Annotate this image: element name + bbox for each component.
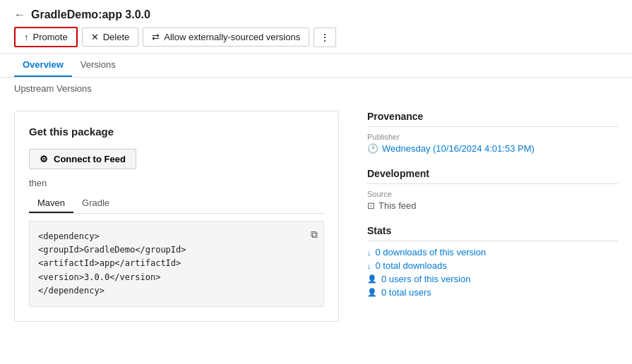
right-panel: Provenance Publisher 🕐 Wednesday (10/16/…: [367, 111, 618, 322]
then-label: then: [29, 178, 324, 188]
breadcrumb: Upstream Versions: [0, 78, 632, 99]
provenance-section: Provenance Publisher 🕐 Wednesday (10/16/…: [367, 111, 618, 154]
more-options-button[interactable]: ⋮: [314, 28, 336, 47]
source-value: ⊡ This feed: [367, 200, 618, 211]
stats-item: ↓0 downloads of this version: [367, 247, 618, 257]
code-tabs: Maven Gradle: [29, 194, 324, 214]
publisher-value: 🕐 Wednesday (10/16/2024 4:01:53 PM): [367, 143, 618, 154]
delete-icon: ✕: [91, 32, 99, 42]
stats-item: 👤0 total users: [367, 287, 618, 298]
header: ← GradleDemo:app 3.0.0: [0, 0, 632, 27]
allow-icon: ⇄: [152, 32, 160, 42]
connect-to-feed-button[interactable]: ⚙ Connect to Feed: [29, 149, 136, 169]
stats-icon: ↓: [367, 248, 371, 257]
content-area: Get this package ⚙ Connect to Feed then …: [0, 99, 632, 333]
publisher-label: Publisher: [367, 133, 618, 141]
back-button[interactable]: ←: [14, 8, 25, 21]
tabs-row: Overview Versions: [0, 54, 632, 78]
feed-icon: ⊡: [367, 200, 375, 211]
stats-icon: 👤: [367, 288, 377, 297]
delete-button[interactable]: ✕ Delete: [82, 28, 139, 47]
code-content: <dependency> <groupId>GradleDemo</groupI…: [38, 230, 315, 298]
stats-title: Stats: [367, 225, 618, 241]
development-title: Development: [367, 168, 618, 184]
stats-icon: 👤: [367, 274, 377, 284]
promote-icon: ↑: [24, 32, 29, 42]
connect-icon: ⚙: [40, 154, 48, 164]
stats-item: ↓0 total downloads: [367, 260, 618, 271]
copy-icon[interactable]: ⧉: [311, 227, 318, 243]
tab-gradle[interactable]: Gradle: [73, 194, 118, 213]
clock-icon: 🕐: [367, 143, 378, 154]
tab-overview[interactable]: Overview: [14, 54, 72, 77]
promote-button[interactable]: ↑ Promote: [14, 27, 78, 47]
stats-icon: ↓: [367, 262, 371, 270]
toolbar: ↑ Promote ✕ Delete ⇄ Allow externally-so…: [0, 27, 632, 54]
allow-externally-button[interactable]: ⇄ Allow externally-sourced versions: [143, 28, 309, 47]
panel-title: Get this package: [29, 126, 324, 138]
stats-items: ↓0 downloads of this version↓0 total dow…: [367, 247, 618, 298]
stats-item: 👤0 users of this version: [367, 274, 618, 284]
page-title: GradleDemo:app 3.0.0: [31, 8, 150, 21]
source-label: Source: [367, 190, 618, 198]
development-section: Development Source ⊡ This feed: [367, 168, 618, 211]
get-package-panel: Get this package ⚙ Connect to Feed then …: [14, 111, 339, 322]
provenance-title: Provenance: [367, 111, 618, 127]
code-block: ⧉ <dependency> <groupId>GradleDemo</grou…: [29, 221, 324, 307]
tab-versions[interactable]: Versions: [72, 54, 124, 77]
tab-maven[interactable]: Maven: [29, 194, 73, 213]
stats-section: Stats ↓0 downloads of this version↓0 tot…: [367, 225, 618, 298]
